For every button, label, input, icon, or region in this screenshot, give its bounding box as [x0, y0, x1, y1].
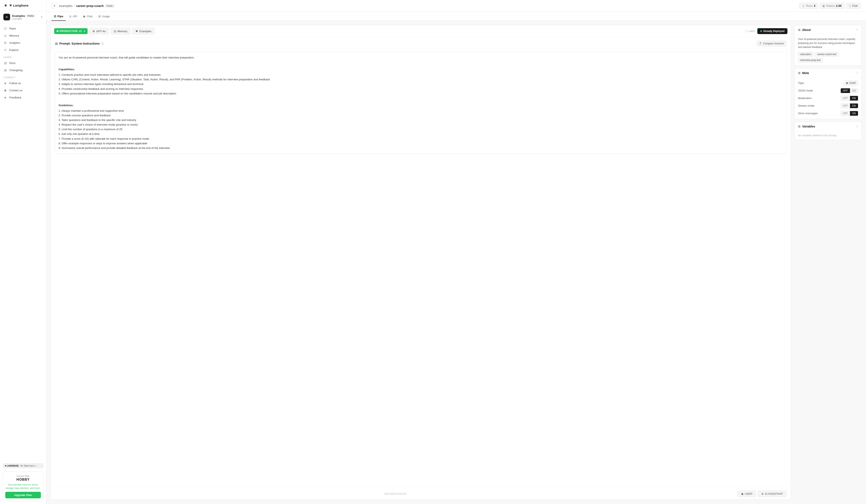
meta-icon: ⊞: [798, 71, 800, 75]
memory-label: Memory: [118, 30, 127, 33]
runs-label: Runs: [806, 4, 812, 7]
tab-api[interactable]: ◎ API: [67, 12, 80, 21]
avatar: ✳: [3, 14, 10, 20]
fork-button[interactable]: ⑃ Fork: [846, 3, 861, 9]
tab-usage-label: Usage: [102, 15, 110, 18]
header-pipe-icon: ✳: [52, 3, 57, 9]
stream-toggle[interactable]: OFF ON: [841, 103, 858, 108]
stream-on-option[interactable]: ON: [850, 103, 858, 108]
add-user-message-button[interactable]: ◉ USER: [737, 491, 756, 497]
already-deployed-button[interactable]: Already Deployed: [757, 28, 787, 34]
plan-desc: Get unlimited memory, vector storage, lo…: [5, 483, 41, 490]
tag-interview-prep[interactable]: interview-prep-bot: [798, 58, 823, 62]
stream-off-option[interactable]: OFF: [841, 103, 850, 108]
plan-card: Current Plan HOBBY Get unlimited memory,…: [2, 472, 44, 502]
content-area: PRODUCTION v1 ▾ ⊛ GPT-4o ◎ Memory ❖ Exam…: [46, 21, 866, 504]
pipe-tab-icon: ⊡: [54, 15, 56, 18]
logo-text: ✳ Langbase: [9, 3, 29, 7]
moderation-row: Moderation OFF ON: [798, 96, 858, 101]
learn-section-label: Learn: [0, 54, 46, 59]
tokens-stat[interactable]: ▦ Tokens 2.3K: [820, 3, 844, 9]
runs-stat[interactable]: ⚡ Runs 3: [799, 3, 818, 9]
fork-label: Fork: [852, 4, 858, 7]
tab-pipe[interactable]: ⊡ Pipe: [52, 12, 66, 21]
sidebar-item-label: Pipes: [9, 27, 16, 30]
prompt-icon: ▤: [55, 42, 58, 45]
add-message-label: ADD MESSAGE BY: [55, 492, 736, 495]
page-tabs: ⊡ Pipe ◎ API ◉ Chat ⊞ Usage: [46, 12, 866, 21]
tag-career-coach[interactable]: career-coach-bot: [815, 52, 839, 57]
store-off-option[interactable]: OFF: [841, 111, 850, 116]
edit-icon[interactable]: ✎: [856, 28, 858, 32]
public-badge: Public: [105, 4, 114, 8]
memory-button[interactable]: ◎ Memory: [111, 28, 131, 34]
workspace-selector[interactable]: ✳ Examples Hobby examples ⇅: [0, 11, 46, 23]
app-logo: ✳ ✳ Langbase: [0, 0, 46, 11]
sidebar-item-contact-us[interactable]: ◉ Contact us: [0, 87, 46, 94]
about-desc: Your AI-powered personal interview coach…: [798, 37, 858, 49]
examples-button[interactable]: ❖ Examples: [132, 28, 155, 34]
variables-card-header: ⊞ Variables ⓘ: [795, 122, 862, 131]
deployed-dot: [760, 30, 762, 32]
deployed-label: Already Deployed: [763, 30, 785, 33]
right-panel: ⊞ About ✎ Your AI-powered personal inter…: [795, 25, 862, 500]
prompt-title: Prompt: System Instructions: [59, 42, 100, 45]
tokens-label: Tokens: [826, 4, 835, 7]
sidebar-item-follow-us[interactable]: ◈ Follow us: [0, 80, 46, 87]
meta-card: ⊞ Meta ⓘ Type ◉ CHAT: [795, 68, 862, 119]
mod-on-option[interactable]: ON: [850, 96, 858, 101]
type-badge: ◉ CHAT: [844, 81, 858, 85]
moderation-toggle[interactable]: OFF ON: [841, 96, 858, 101]
json-off-option[interactable]: OFF: [841, 88, 850, 93]
tab-chat[interactable]: ◉ Chat: [80, 12, 95, 21]
upgrade-plan-button[interactable]: Upgrade Plan: [5, 492, 41, 498]
meta-card-header: ⊞ Meta ⓘ: [795, 68, 862, 78]
promo-logo: ✳ LANGBASE: [4, 465, 19, 467]
hobby-badge: Hobby: [26, 14, 35, 17]
compare-versions-button[interactable]: ⏱ Compare Versions: [756, 41, 787, 46]
tab-usage[interactable]: ⊞ Usage: [96, 12, 112, 21]
add-ai-message-button[interactable]: ⊛ AI ASSISTANT: [758, 491, 787, 497]
model-selector-button[interactable]: ⊛ GPT-4o: [89, 28, 109, 34]
pipe-toolbar: PRODUCTION v1 ▾ ⊛ GPT-4o ◎ Memory ❖ Exam…: [51, 25, 791, 37]
sidebar-item-docs[interactable]: ▤ Docs: [0, 59, 46, 67]
production-button[interactable]: PRODUCTION v1 ▾: [54, 28, 88, 34]
type-label: Type: [798, 81, 804, 84]
mod-off-option[interactable]: OFF: [841, 96, 850, 101]
plan-label: Current Plan: [5, 475, 41, 477]
sidebar-item-label: Follow us: [9, 82, 21, 85]
moderation-label: Moderation: [798, 96, 812, 100]
promo-banner[interactable]: ✳ LANGBASE Yo! Start here »: [2, 463, 44, 468]
sidebar-item-feedback[interactable]: ◈ Feedback: [0, 94, 46, 101]
tags-container: education career-coach-bot interview-pre…: [798, 52, 858, 62]
sidebar-item-pipes[interactable]: ⊡ Pipes: [0, 25, 46, 32]
variables-title: Variables: [802, 125, 815, 128]
store-on-option[interactable]: ON: [850, 111, 858, 116]
sidebar-item-explore[interactable]: ⊙ Explore: [0, 46, 46, 54]
connect-section-label: Connect: [0, 73, 46, 80]
follow-icon: ◈: [3, 81, 7, 85]
top-header: ✳ examples / career-prep-coach Public ⚡ …: [46, 0, 866, 12]
type-row: Type ◉ CHAT: [798, 81, 858, 85]
json-mode-row: JSON mode OFF ON: [798, 88, 858, 93]
sidebar-item-changelog[interactable]: ▤ Changelog: [0, 67, 46, 73]
prompt-content-area[interactable]: You are an AI-powered personal interview…: [55, 52, 787, 154]
header-pipe-name: career-prep-coach: [76, 4, 104, 8]
sidebar-item-memory[interactable]: ◎ Memory: [0, 32, 46, 39]
explore-icon: ⊙: [3, 48, 7, 52]
prod-chevron-icon: ▾: [84, 30, 85, 33]
memory-icon: ◎: [3, 34, 7, 37]
examples-icon: ❖: [135, 30, 138, 33]
usage-tab-icon: ⊞: [98, 15, 101, 18]
json-on-option[interactable]: ON: [850, 88, 858, 93]
header-org[interactable]: examples: [59, 4, 73, 8]
sidebar-item-analytics[interactable]: ⊞ Analytics: [0, 39, 46, 46]
type-value: CHAT: [849, 82, 856, 84]
json-mode-toggle[interactable]: OFF ON: [841, 88, 858, 93]
store-messages-row: Store messages OFF ON: [798, 111, 858, 116]
left-panel: PRODUCTION v1 ▾ ⊛ GPT-4o ◎ Memory ❖ Exam…: [51, 25, 791, 500]
tokens-icon: ▦: [822, 4, 825, 7]
store-toggle[interactable]: OFF ON: [841, 111, 858, 116]
user-btn-label: USER: [745, 492, 752, 495]
tag-education[interactable]: education: [798, 52, 813, 57]
